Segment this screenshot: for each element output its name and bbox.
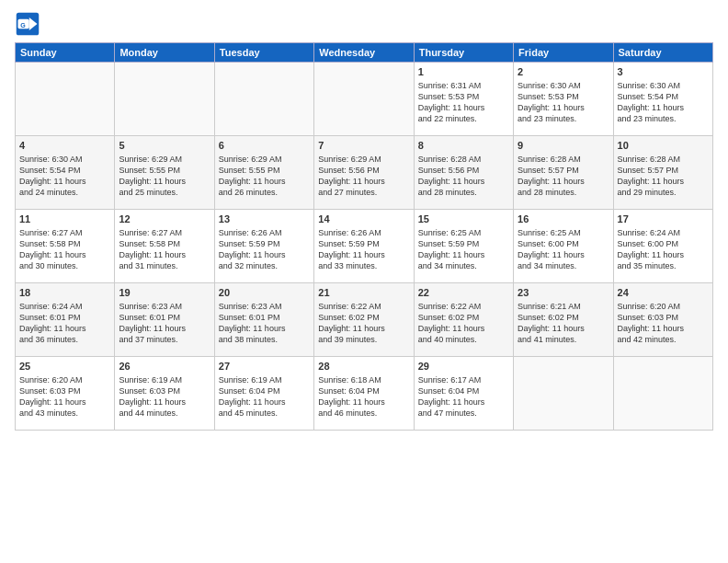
day-detail: Sunrise: 6:29 AM Sunset: 5:56 PM Dayligh… (318, 154, 409, 199)
day-number: 22 (418, 286, 509, 300)
cell-1-4: 8Sunrise: 6:28 AM Sunset: 5:56 PM Daylig… (414, 136, 513, 210)
day-number: 29 (418, 360, 509, 373)
cell-0-5: 2Sunrise: 6:30 AM Sunset: 5:53 PM Daylig… (514, 63, 613, 136)
day-detail: Sunrise: 6:24 AM Sunset: 6:01 PM Dayligh… (19, 301, 110, 346)
logo-icon: G (15, 11, 40, 37)
day-number: 17 (618, 213, 709, 226)
day-detail: Sunrise: 6:27 AM Sunset: 5:58 PM Dayligh… (119, 227, 210, 272)
day-number: 11 (19, 213, 110, 226)
week-row-1: 4Sunrise: 6:30 AM Sunset: 5:54 PM Daylig… (16, 136, 713, 210)
cell-4-2: 27Sunrise: 6:19 AM Sunset: 6:04 PM Dayli… (214, 357, 313, 431)
cell-3-0: 18Sunrise: 6:24 AM Sunset: 6:01 PM Dayli… (16, 283, 115, 357)
cell-3-6: 24Sunrise: 6:20 AM Sunset: 6:03 PM Dayli… (613, 283, 712, 357)
day-detail: Sunrise: 6:26 AM Sunset: 5:59 PM Dayligh… (219, 227, 310, 272)
cell-0-6: 3Sunrise: 6:30 AM Sunset: 5:54 PM Daylig… (613, 63, 712, 136)
day-detail: Sunrise: 6:22 AM Sunset: 6:02 PM Dayligh… (318, 301, 409, 346)
day-detail: Sunrise: 6:28 AM Sunset: 5:57 PM Dayligh… (518, 154, 609, 199)
day-detail: Sunrise: 6:31 AM Sunset: 5:53 PM Dayligh… (418, 80, 509, 125)
day-detail: Sunrise: 6:29 AM Sunset: 5:55 PM Dayligh… (219, 154, 310, 199)
cell-0-0 (16, 63, 115, 136)
cell-3-4: 22Sunrise: 6:22 AM Sunset: 6:02 PM Dayli… (414, 283, 513, 357)
day-number: 25 (19, 360, 110, 373)
col-header-tuesday: Tuesday (214, 43, 313, 63)
day-detail: Sunrise: 6:19 AM Sunset: 6:04 PM Dayligh… (219, 374, 310, 419)
week-row-4: 25Sunrise: 6:20 AM Sunset: 6:03 PM Dayli… (16, 357, 713, 431)
day-number: 2 (518, 65, 609, 79)
day-number: 23 (518, 286, 609, 300)
day-number: 5 (119, 139, 210, 153)
day-detail: Sunrise: 6:28 AM Sunset: 5:57 PM Dayligh… (618, 154, 709, 199)
day-number: 26 (119, 360, 210, 373)
week-row-3: 18Sunrise: 6:24 AM Sunset: 6:01 PM Dayli… (16, 283, 713, 357)
day-number: 7 (318, 139, 409, 153)
day-number: 28 (318, 360, 409, 373)
day-number: 3 (618, 65, 709, 79)
day-detail: Sunrise: 6:22 AM Sunset: 6:02 PM Dayligh… (418, 301, 509, 346)
logo: G (15, 11, 44, 37)
day-number: 4 (19, 139, 110, 153)
cell-2-1: 12Sunrise: 6:27 AM Sunset: 5:58 PM Dayli… (115, 210, 214, 283)
cell-3-2: 20Sunrise: 6:23 AM Sunset: 6:01 PM Dayli… (214, 283, 313, 357)
cell-2-0: 11Sunrise: 6:27 AM Sunset: 5:58 PM Dayli… (16, 210, 115, 283)
day-number: 13 (219, 213, 310, 226)
day-number: 21 (318, 286, 409, 300)
col-header-saturday: Saturday (613, 43, 712, 63)
day-detail: Sunrise: 6:20 AM Sunset: 6:03 PM Dayligh… (19, 374, 110, 419)
cell-2-6: 17Sunrise: 6:24 AM Sunset: 6:00 PM Dayli… (613, 210, 712, 283)
cell-1-2: 6Sunrise: 6:29 AM Sunset: 5:55 PM Daylig… (214, 136, 313, 210)
col-header-thursday: Thursday (414, 43, 513, 63)
day-number: 24 (618, 286, 709, 300)
cell-4-3: 28Sunrise: 6:18 AM Sunset: 6:04 PM Dayli… (314, 357, 414, 431)
cell-2-4: 15Sunrise: 6:25 AM Sunset: 5:59 PM Dayli… (414, 210, 513, 283)
day-detail: Sunrise: 6:30 AM Sunset: 5:54 PM Dayligh… (618, 80, 709, 125)
day-detail: Sunrise: 6:30 AM Sunset: 5:53 PM Dayligh… (518, 80, 609, 125)
day-number: 6 (219, 139, 310, 153)
day-detail: Sunrise: 6:18 AM Sunset: 6:04 PM Dayligh… (318, 374, 409, 419)
cell-2-5: 16Sunrise: 6:25 AM Sunset: 6:00 PM Dayli… (514, 210, 613, 283)
day-detail: Sunrise: 6:28 AM Sunset: 5:56 PM Dayligh… (418, 154, 509, 199)
cell-1-1: 5Sunrise: 6:29 AM Sunset: 5:55 PM Daylig… (115, 136, 214, 210)
day-number: 9 (518, 139, 609, 153)
day-detail: Sunrise: 6:29 AM Sunset: 5:55 PM Dayligh… (119, 154, 210, 199)
day-detail: Sunrise: 6:21 AM Sunset: 6:02 PM Dayligh… (518, 301, 609, 346)
day-number: 27 (219, 360, 310, 373)
day-detail: Sunrise: 6:19 AM Sunset: 6:03 PM Dayligh… (119, 374, 210, 419)
cell-3-3: 21Sunrise: 6:22 AM Sunset: 6:02 PM Dayli… (314, 283, 414, 357)
cell-1-5: 9Sunrise: 6:28 AM Sunset: 5:57 PM Daylig… (514, 136, 613, 210)
day-detail: Sunrise: 6:20 AM Sunset: 6:03 PM Dayligh… (618, 301, 709, 346)
col-header-sunday: Sunday (16, 43, 115, 63)
cell-4-1: 26Sunrise: 6:19 AM Sunset: 6:03 PM Dayli… (115, 357, 214, 431)
col-header-friday: Friday (514, 43, 613, 63)
cell-3-1: 19Sunrise: 6:23 AM Sunset: 6:01 PM Dayli… (115, 283, 214, 357)
day-detail: Sunrise: 6:30 AM Sunset: 5:54 PM Dayligh… (19, 154, 110, 199)
day-number: 12 (119, 213, 210, 226)
day-number: 10 (618, 139, 709, 153)
day-detail: Sunrise: 6:23 AM Sunset: 6:01 PM Dayligh… (119, 301, 210, 346)
week-row-2: 11Sunrise: 6:27 AM Sunset: 5:58 PM Dayli… (16, 210, 713, 283)
cell-2-2: 13Sunrise: 6:26 AM Sunset: 5:59 PM Dayli… (214, 210, 313, 283)
day-number: 8 (418, 139, 509, 153)
day-detail: Sunrise: 6:27 AM Sunset: 5:58 PM Dayligh… (19, 227, 110, 272)
col-header-wednesday: Wednesday (314, 43, 414, 63)
day-detail: Sunrise: 6:17 AM Sunset: 6:04 PM Dayligh… (418, 374, 509, 419)
day-detail: Sunrise: 6:26 AM Sunset: 5:59 PM Dayligh… (318, 227, 409, 272)
cell-4-0: 25Sunrise: 6:20 AM Sunset: 6:03 PM Dayli… (16, 357, 115, 431)
cell-4-6 (613, 357, 712, 431)
calendar-table: SundayMondayTuesdayWednesdayThursdayFrid… (15, 42, 713, 431)
cell-0-4: 1Sunrise: 6:31 AM Sunset: 5:53 PM Daylig… (414, 63, 513, 136)
col-header-monday: Monday (115, 43, 214, 63)
day-detail: Sunrise: 6:25 AM Sunset: 6:00 PM Dayligh… (518, 227, 609, 272)
cell-0-1 (115, 63, 214, 136)
day-detail: Sunrise: 6:25 AM Sunset: 5:59 PM Dayligh… (418, 227, 509, 272)
calendar-header: SundayMondayTuesdayWednesdayThursdayFrid… (16, 43, 713, 63)
day-detail: Sunrise: 6:23 AM Sunset: 6:01 PM Dayligh… (219, 301, 310, 346)
cell-0-2 (214, 63, 313, 136)
cell-0-3 (314, 63, 414, 136)
day-detail: Sunrise: 6:24 AM Sunset: 6:00 PM Dayligh… (618, 227, 709, 272)
calendar-body: 1Sunrise: 6:31 AM Sunset: 5:53 PM Daylig… (16, 63, 713, 431)
cell-3-5: 23Sunrise: 6:21 AM Sunset: 6:02 PM Dayli… (514, 283, 613, 357)
week-row-0: 1Sunrise: 6:31 AM Sunset: 5:53 PM Daylig… (16, 63, 713, 136)
cell-1-3: 7Sunrise: 6:29 AM Sunset: 5:56 PM Daylig… (314, 136, 414, 210)
cell-2-3: 14Sunrise: 6:26 AM Sunset: 5:59 PM Dayli… (314, 210, 414, 283)
day-number: 15 (418, 213, 509, 226)
